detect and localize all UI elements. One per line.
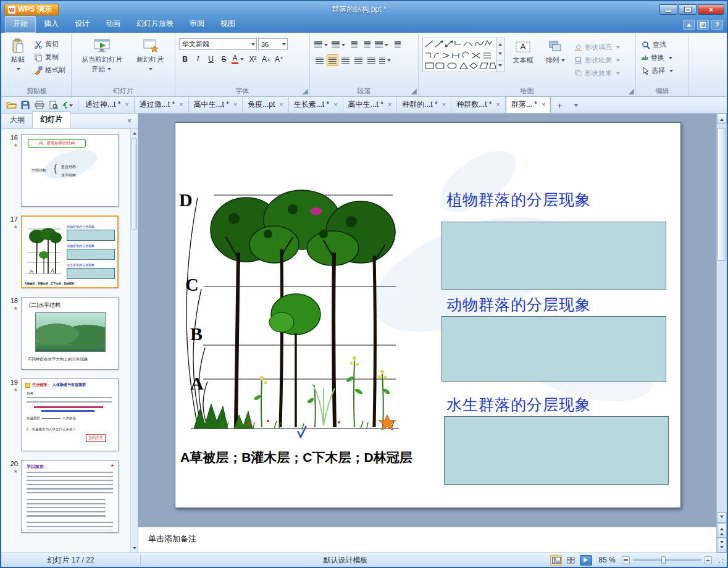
palette-more-button[interactable] [496, 60, 504, 72]
slideshow-button[interactable] [580, 555, 592, 566]
layer-label-a[interactable]: A [190, 373, 204, 394]
document-tab[interactable]: 通过激...t *× [135, 97, 189, 113]
tab-close-icon[interactable]: × [496, 101, 500, 108]
answer-box-aquatic[interactable] [444, 416, 669, 485]
paragraph-dialog-launcher[interactable] [411, 89, 417, 94]
minimize-button[interactable] [659, 4, 677, 15]
notes-pane[interactable]: 单击添加备注 [138, 527, 716, 553]
zoom-out-button[interactable] [622, 556, 630, 564]
next-slide-button[interactable] [717, 538, 727, 553]
ribbon-tab-home[interactable]: 开始 [5, 16, 36, 33]
scrollbar-thumb[interactable] [718, 128, 726, 261]
resize-grip[interactable] [716, 556, 724, 564]
tab-close-icon[interactable]: × [333, 101, 337, 108]
forest-diagram[interactable] [175, 175, 441, 447]
previous-slide-button[interactable] [717, 523, 727, 538]
bold-button[interactable]: B [179, 53, 191, 65]
close-button[interactable]: × [698, 4, 724, 15]
save-button[interactable] [19, 99, 31, 111]
layer-label-c[interactable]: C [185, 274, 199, 295]
print-button[interactable] [33, 99, 46, 111]
shape-outline-button[interactable]: 形状轮廓 [572, 54, 623, 66]
palette-up-button[interactable] [496, 38, 504, 49]
tab-close-icon[interactable]: × [233, 101, 237, 108]
slide-caption[interactable]: A草被层；B灌木层；C下木层；D林冠层 [180, 449, 412, 466]
skin-button[interactable] [697, 20, 709, 30]
help-button[interactable]: ? [711, 20, 723, 30]
justify-button[interactable] [353, 54, 364, 66]
align-center-button[interactable] [327, 54, 338, 66]
decrease-indent-button[interactable] [348, 39, 360, 51]
slide-thumbnail-20[interactable]: 学以致用： ★ [21, 460, 119, 533]
replace-button[interactable]: ab 替换 [640, 52, 685, 64]
normal-view-button[interactable] [550, 555, 562, 566]
shape-fill-button[interactable]: 形状填充 [572, 41, 623, 53]
open-button[interactable] [5, 99, 17, 111]
columns-button[interactable] [379, 54, 393, 66]
font-size-combo[interactable]: 36 [258, 38, 288, 50]
underline-button[interactable]: U [205, 53, 217, 65]
line-spacing-button[interactable] [374, 39, 390, 51]
panel-scroll-up-icon[interactable] [131, 129, 138, 136]
panel-close-button[interactable]: × [122, 115, 136, 128]
print-preview-button[interactable] [48, 99, 60, 111]
slide-thumbnail-19[interactable]: 生活链接： 人体肠道与有益菌群 思考： 有益菌群 人体肠道 2、有益菌群与人体是… [21, 378, 119, 451]
document-tab[interactable]: 通过神...t *× [80, 97, 135, 113]
maximize-button[interactable] [679, 4, 697, 15]
ribbon-tab-view[interactable]: 视图 [212, 16, 243, 33]
slides-tab[interactable]: 幻灯片 [32, 111, 70, 128]
distribute-button[interactable] [366, 54, 377, 66]
font-color-button[interactable]: A [231, 53, 246, 65]
answer-box-animal[interactable] [441, 316, 666, 382]
scrollbar-track[interactable] [717, 124, 727, 512]
zoom-in-button[interactable]: + [704, 556, 712, 564]
copy-button[interactable]: 复制 [32, 51, 67, 63]
text-direction-button[interactable] [391, 39, 403, 51]
strikethrough-button[interactable]: S [218, 53, 230, 65]
tab-close-icon[interactable]: × [125, 101, 128, 108]
document-tab[interactable]: 种群数...t *× [451, 97, 506, 113]
zoom-slider-thumb[interactable] [661, 556, 666, 564]
align-left-button[interactable] [314, 54, 325, 66]
arrange-button[interactable]: 排列 [542, 38, 570, 64]
document-tab[interactable]: 高中生...t *× [189, 97, 243, 113]
paste-button[interactable]: 粘贴 [6, 36, 30, 72]
panel-scroll-thumb[interactable] [132, 138, 137, 230]
tab-list-button[interactable] [569, 99, 582, 111]
document-tab[interactable]: 种群的...t *× [397, 97, 451, 113]
palette-down-button[interactable] [496, 49, 504, 61]
outline-tab[interactable]: 大纲 [2, 112, 32, 128]
document-tab[interactable]: 免疫...pt× [243, 97, 288, 113]
format-painter-button[interactable]: 格式刷 [32, 64, 67, 76]
slide-thumbnail-16[interactable]: 四、群落的空间结构 空间结构 { 垂直结构 水平结构 [21, 134, 119, 207]
undo-button[interactable] [62, 99, 74, 111]
grow-font-button[interactable]: A [260, 53, 272, 65]
shrink-font-button[interactable]: A [273, 53, 285, 65]
find-button[interactable]: 查找 [640, 39, 685, 51]
tab-close-icon[interactable]: × [442, 101, 446, 108]
document-tab[interactable]: 高中生...t *× [343, 97, 398, 113]
drawing-dialog-launcher[interactable] [629, 89, 634, 94]
shapes-palette[interactable] [422, 38, 496, 72]
increase-indent-button[interactable] [361, 39, 373, 51]
tab-close-icon[interactable]: × [542, 101, 545, 108]
panel-scrollbar[interactable] [130, 129, 138, 553]
collapse-ribbon-button[interactable] [683, 20, 695, 30]
numbered-list-button[interactable] [331, 39, 347, 51]
align-right-button[interactable] [340, 54, 351, 66]
font-dialog-launcher[interactable] [303, 89, 308, 94]
tab-close-icon[interactable]: × [388, 101, 391, 108]
text-box-button[interactable]: 文本框 [507, 38, 539, 64]
slide-heading-animal[interactable]: 动物群落的分层现象 [446, 294, 591, 315]
slide-thumbnail-17-selected[interactable]: 植物群落的分层现象 动物群落的分层现象 水生群落的分层现象 A草被层；B灌木层；… [21, 215, 119, 288]
shape-effects-button[interactable]: 形状效果 [572, 67, 623, 79]
from-current-slide-button[interactable]: 从当前幻灯片 开始 [75, 36, 128, 73]
layer-label-b[interactable]: B [190, 324, 203, 345]
slide-thumbnail-18[interactable]: (二)水平结构 不同种群在水平方向上的分区现象 [21, 297, 119, 370]
ribbon-tab-animation[interactable]: 动画 [98, 16, 128, 33]
ribbon-tab-insert[interactable]: 插入 [36, 16, 67, 33]
italic-button[interactable]: I [192, 53, 204, 65]
tab-close-icon[interactable]: × [179, 101, 183, 108]
font-name-combo[interactable]: 华文新魏 [179, 38, 257, 50]
slide-sorter-view-button[interactable] [565, 555, 577, 566]
